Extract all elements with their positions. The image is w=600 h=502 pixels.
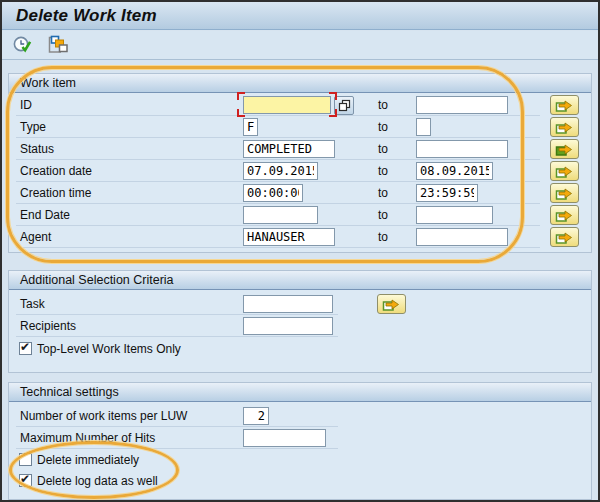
agent-to-input[interactable] [416,228,508,246]
to-label: to [378,138,388,160]
end-date-label: End Date [20,204,70,226]
row-top-level-only: Top-Level Work Items Only [9,341,591,357]
top-level-only-label: Top-Level Work Items Only [37,341,181,357]
recipients-input[interactable] [243,317,333,335]
status-label: Status [20,138,54,160]
multiple-selection-button-task[interactable] [377,294,406,314]
multiple-selection-icon [555,185,575,201]
additional-selection-group-title: Additional Selection Criteria [9,271,591,290]
execute-icon [12,35,33,56]
multiple-selection-button-creation-time[interactable] [550,183,579,203]
id-to-input[interactable] [416,96,508,114]
row-end-date: End Date to [9,204,591,226]
items-per-luw-input[interactable] [243,407,269,425]
get-variant-icon [46,35,69,55]
max-hits-input[interactable] [243,429,326,447]
creation-time-input[interactable] [243,184,303,202]
execute-button[interactable] [10,34,34,56]
creation-date-label: Creation date [20,160,92,182]
id-matchcode-button[interactable] [334,96,354,115]
to-label: to [378,204,388,226]
task-input[interactable] [243,295,333,313]
page-title: Delete Work Item [16,6,157,26]
id-input[interactable] [243,96,331,114]
multiple-selection-active-icon [555,141,575,157]
creation-time-label: Creation time [20,182,91,204]
recipients-label: Recipients [20,315,76,337]
row-delete-immediately: Delete immediately [9,452,591,468]
possible-entries-icon [337,98,352,113]
work-item-group: Work item ID to Type to Status to [8,73,592,253]
type-to-input[interactable] [416,118,431,136]
status-to-input[interactable] [416,140,508,158]
multiple-selection-icon [555,119,575,135]
delete-immediately-label: Delete immediately [37,452,139,468]
row-max-hits: Maximum Number of Hits [9,427,591,449]
end-date-to-input[interactable] [416,206,493,224]
sap-window: Delete Work Item Work item ID [0,0,600,502]
work-item-group-title: Work item [9,74,591,93]
creation-time-to-input[interactable] [416,184,478,202]
multiple-selection-button-status-active[interactable] [550,139,579,159]
get-variant-button[interactable] [45,34,69,56]
delete-log-label: Delete log data as well [37,473,158,489]
type-input[interactable] [243,118,258,136]
title-bar: Delete Work Item [2,2,598,30]
row-items-per-luw: Number of work items per LUW [9,405,591,427]
to-label: to [378,116,388,138]
row-id: ID to [9,94,591,116]
multiple-selection-button-id[interactable] [550,95,579,115]
to-label: to [378,182,388,204]
multiple-selection-icon [555,163,575,179]
top-level-only-checkbox[interactable] [19,342,32,355]
delete-immediately-checkbox[interactable] [19,453,32,466]
multiple-selection-icon [382,296,402,312]
status-input[interactable] [243,140,335,158]
additional-selection-group: Additional Selection Criteria Task Recip… [8,270,592,373]
row-status: Status to [9,138,591,160]
row-recipients: Recipients [9,315,591,337]
creation-date-input[interactable] [243,162,318,180]
technical-settings-group: Technical settings Number of work items … [8,382,592,500]
row-delete-log: Delete log data as well [9,473,591,489]
end-date-input[interactable] [243,206,318,224]
multiple-selection-button-creation-date[interactable] [550,161,579,181]
multiple-selection-icon [555,97,575,113]
multiple-selection-button-agent[interactable] [550,227,579,247]
max-hits-label: Maximum Number of Hits [20,427,155,449]
task-label: Task [20,293,45,315]
multiple-selection-icon [555,229,575,245]
agent-label: Agent [20,226,51,248]
creation-date-to-input[interactable] [416,162,493,180]
agent-input[interactable] [243,228,335,246]
row-creation-date: Creation date to [9,160,591,182]
type-label: Type [20,116,46,138]
id-label: ID [20,94,32,116]
to-label: to [378,94,388,116]
multiple-selection-button-type[interactable] [550,117,579,137]
to-label: to [378,160,388,182]
application-toolbar [2,31,598,60]
to-label: to [378,226,388,248]
multiple-selection-icon [555,207,575,223]
row-creation-time: Creation time to [9,182,591,204]
technical-settings-group-title: Technical settings [9,383,591,402]
items-per-luw-label: Number of work items per LUW [20,405,187,427]
delete-log-checkbox[interactable] [19,474,32,487]
row-type: Type to [9,116,591,138]
row-agent: Agent to [9,226,591,248]
row-task: Task [9,293,591,315]
multiple-selection-button-end-date[interactable] [550,205,579,225]
